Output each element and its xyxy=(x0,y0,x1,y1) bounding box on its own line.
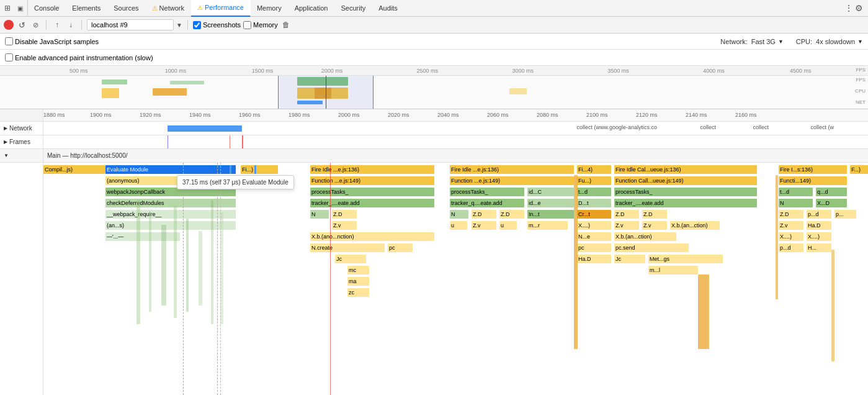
flame-bar-pd-2[interactable]: p...d xyxy=(779,243,803,252)
flame-bar-n-1[interactable]: N xyxy=(310,210,329,219)
flame-bar-u-2[interactable]: u xyxy=(499,221,517,230)
flame-bar-n-2[interactable]: N xyxy=(450,210,468,219)
reload-record-button[interactable]: ↺ xyxy=(16,19,27,30)
flame-bar-pc-2[interactable]: pc xyxy=(577,243,611,252)
flame-bar-dt[interactable]: D...t xyxy=(577,199,611,207)
flame-bar-tracker-q[interactable]: tracker_q....eate.add xyxy=(450,199,524,207)
main-track-label[interactable]: ▼ xyxy=(0,149,43,162)
flame-bar-ne[interactable]: N...e xyxy=(577,232,611,241)
flame-bar-process-2[interactable]: processTasks_ xyxy=(450,188,524,196)
memory-checkbox-label[interactable]: Memory xyxy=(243,21,278,29)
flame-bar-ide[interactable]: id...e xyxy=(527,199,574,207)
flame-bar-zc[interactable]: zc xyxy=(347,288,369,297)
flame-bar-compil[interactable]: Compil...js) xyxy=(43,165,105,174)
flame-bar-f1[interactable]: F...) xyxy=(850,165,868,174)
url-dropdown[interactable]: ▼ xyxy=(176,22,182,29)
flame-bar-fire-i[interactable]: Fire I...s:136) xyxy=(779,165,847,174)
clear-button[interactable]: ⊘ xyxy=(30,19,41,30)
flame-bar-n1[interactable]: N xyxy=(779,199,813,207)
flame-bar-fi1[interactable]: Fi...) xyxy=(241,165,278,174)
flame-bar-funcall[interactable]: Function Call...ueue.js:149) xyxy=(614,176,757,185)
flame-bar-zv-4[interactable]: Z.v xyxy=(642,221,667,230)
flame-bar-zd-3[interactable]: Z.D xyxy=(499,210,524,219)
network-dropdown[interactable]: Network: Fast 3G ▼ xyxy=(720,38,783,45)
flame-bar-xb1[interactable]: X.b.(an...ction) xyxy=(670,221,720,230)
flame-bar-cr[interactable]: Cr...t xyxy=(577,210,611,219)
tab-console[interactable]: Console xyxy=(28,0,66,17)
flame-bar-evaluate-module[interactable]: Evaluate Module xyxy=(105,165,236,174)
flame-bar-xb-2[interactable]: X.b.(an...ction) xyxy=(614,232,676,241)
flame-bar-mc[interactable]: mc xyxy=(347,266,369,275)
flame-bar-zd-4[interactable]: Z.D xyxy=(614,210,639,219)
flame-bar-mr[interactable]: m...r xyxy=(527,221,568,230)
flame-bar-ncreate[interactable]: N.create xyxy=(310,243,385,252)
flame-bar-metgs[interactable]: Met...gs xyxy=(648,255,723,263)
tab-memory[interactable]: Memory xyxy=(251,0,289,17)
flame-bar-x2[interactable]: Z.v xyxy=(779,221,803,230)
flame-bar-jc-2[interactable]: Jc xyxy=(614,255,645,263)
cpu-dropdown[interactable]: CPU: 4x slowdown ▼ xyxy=(796,38,863,45)
flame-bar-zv-2[interactable]: Z.v xyxy=(472,221,496,230)
flame-bar-fire-idle-1[interactable]: Fire Idle ...e.js:136) xyxy=(310,165,434,174)
flame-bar-check[interactable]: checkDeferredModules xyxy=(105,199,236,207)
dock-icon[interactable]: ▣ xyxy=(15,3,25,13)
flame-bar-x1[interactable]: X....) xyxy=(577,221,611,230)
network-track-label[interactable]: ▶ Network xyxy=(0,122,43,135)
flame-bar-fu1[interactable]: Fu...) xyxy=(577,176,611,185)
record-button[interactable] xyxy=(4,20,14,30)
flame-bar-int[interactable]: In...t xyxy=(527,210,574,219)
tab-elements[interactable]: Elements xyxy=(66,0,107,17)
tab-performance[interactable]: ⚠ Performance xyxy=(191,0,251,17)
enable-paint-checkbox[interactable] xyxy=(5,53,13,61)
flame-bar-zd-1[interactable]: Z.D xyxy=(332,210,357,219)
trash-button[interactable]: 🗑 xyxy=(280,19,292,30)
tab-network[interactable]: ⚠ Network xyxy=(146,0,191,17)
flame-bar-x3[interactable]: X....) xyxy=(779,232,803,241)
flame-bar-x4[interactable]: X....) xyxy=(807,232,831,241)
flame-bar-u-1[interactable]: u xyxy=(450,221,467,230)
flame-bar-jc-1[interactable]: Jc xyxy=(335,255,366,263)
screenshots-checkbox-label[interactable]: Screenshots xyxy=(193,21,241,29)
screenshots-checkbox[interactable] xyxy=(193,21,201,29)
flame-bar-pcsend[interactable]: pc.send xyxy=(614,243,689,252)
flame-bar-zd-2[interactable]: Z.D xyxy=(472,210,496,219)
flame-bar-had-1[interactable]: Ha.D xyxy=(577,255,611,263)
flame-bar-zv-1[interactable]: Z.v xyxy=(332,221,357,230)
flame-bar-ml[interactable]: m...l xyxy=(648,266,698,275)
tab-security[interactable]: Security xyxy=(334,0,372,17)
flame-bar-zv-3[interactable]: Z.v xyxy=(614,221,639,230)
flame-bar-tracker-1[interactable]: tracker_....eate.add xyxy=(310,199,434,207)
flame-bar-p1[interactable]: p... xyxy=(834,210,856,219)
flame-bar-fire-idle-2[interactable]: Fire Idle ...e.js:136) xyxy=(450,165,574,174)
flame-bar-ans[interactable]: (an...s) xyxy=(105,221,236,230)
flame-bar-fi4[interactable]: Fi...4) xyxy=(577,165,611,174)
settings-icon[interactable]: ⚙ xyxy=(855,3,863,13)
flame-bar-zd-6[interactable]: Z.D xyxy=(779,210,803,219)
flame-bar-functi[interactable]: Functi...149) xyxy=(779,176,847,185)
tab-application[interactable]: Application xyxy=(289,0,335,17)
flame-bar-h1[interactable]: H... xyxy=(807,243,831,252)
frames-track-label[interactable]: ▶ Frames xyxy=(0,135,43,148)
tab-audits[interactable]: Audits xyxy=(372,0,405,17)
flame-bar-process-4[interactable]: t...d xyxy=(779,188,813,196)
flame-bar-qd[interactable]: q...d xyxy=(816,188,847,196)
memory-checkbox[interactable] xyxy=(243,21,251,29)
more-options-icon[interactable]: ⋮ xyxy=(844,3,852,13)
flame-bar-fire-idle-cal[interactable]: Fire Idle Cal...ueue.js:136) xyxy=(614,165,757,174)
save-profile-button[interactable]: ↓ xyxy=(65,19,76,30)
flame-bar-process-1[interactable]: processTasks_ xyxy=(310,188,434,196)
flame-bar-idc[interactable]: id...C xyxy=(527,188,574,196)
flame-bar-pd[interactable]: p...d xyxy=(807,210,831,219)
flame-bar-zd-5[interactable]: Z.D xyxy=(642,210,667,219)
disable-js-checkbox[interactable] xyxy=(5,37,13,45)
flame-bar-ma[interactable]: ma xyxy=(347,277,369,286)
flame-bar-dots[interactable]: —'...— xyxy=(105,232,180,241)
flame-bar-process-3[interactable]: processTasks_ xyxy=(614,188,757,196)
devtools-icon[interactable]: ⊞ xyxy=(2,3,12,13)
flame-bar-function-2[interactable]: Function ...e.js:149) xyxy=(450,176,574,185)
load-profile-button[interactable]: ↑ xyxy=(51,19,63,30)
flame-bar-td[interactable]: t...d xyxy=(577,188,611,196)
flame-bar-webpack-require[interactable]: __webpack_require__ xyxy=(105,210,236,219)
disable-js-checkbox-label[interactable]: Disable JavaScript samples xyxy=(5,37,99,45)
flame-bar-xb-1[interactable]: X.b.(ano...nction) xyxy=(310,232,434,241)
